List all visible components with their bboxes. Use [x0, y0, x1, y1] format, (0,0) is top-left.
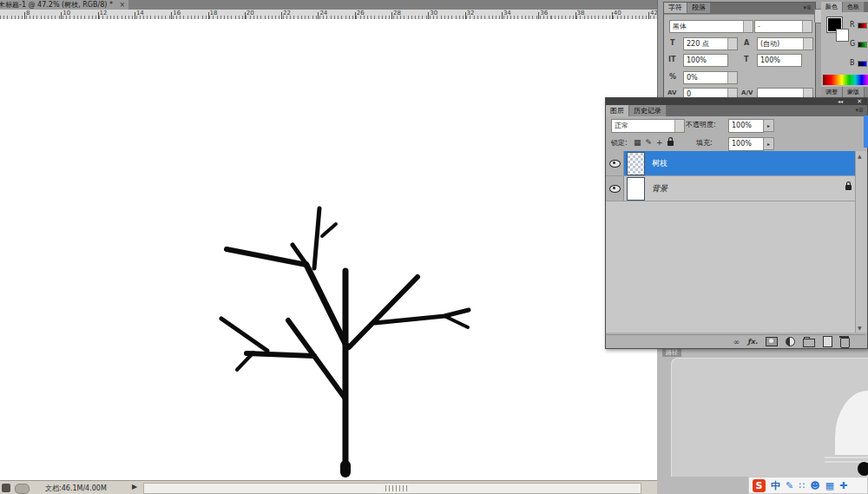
layer-row[interactable]: 树枝 [606, 151, 865, 176]
chevron-down-icon[interactable] [674, 120, 684, 132]
fx-icon[interactable]: ƒx. [747, 338, 758, 346]
ruler-major-tick [98, 12, 99, 19]
tab-masks[interactable]: 蒙版 [843, 87, 865, 97]
visibility-toggle[interactable] [606, 176, 624, 201]
channel-gradient-slider[interactable] [858, 61, 867, 67]
layers-panel-titlebar[interactable]: ◂◂ ✕ [606, 98, 867, 105]
layer-row[interactable]: 背景 [606, 176, 865, 201]
window-edge-strip [864, 115, 868, 148]
tree-drawing [208, 200, 486, 486]
grid-icon[interactable]: ∷ [799, 480, 805, 491]
tab-swatches[interactable]: 色板 [843, 2, 865, 12]
ruler-major-tick [245, 12, 246, 19]
tree-main-branch-diagonal [306, 265, 347, 347]
fill-field[interactable]: 100% [728, 137, 764, 151]
tab-history[interactable]: 历史记录 [629, 105, 667, 116]
collapse-panel-icon[interactable]: ◂◂ [838, 98, 843, 105]
ime-toolbar: S 中 ✎∷☻▦✚ [748, 477, 868, 494]
ruler-major-tick [648, 12, 649, 19]
tool-icon[interactable]: ✚ [839, 480, 847, 491]
panel-menu-icon[interactable]: ▾≣ [804, 4, 812, 11]
layers-bottom-toolbar: ∞ƒx. [606, 334, 865, 348]
layer-main[interactable]: 树枝 [624, 151, 865, 175]
color-panel-tabs: 颜色色板 [821, 2, 868, 12]
font-style-select[interactable]: - [754, 20, 812, 33]
ruler-major-tick [465, 12, 466, 19]
background-window-shape [835, 441, 868, 455]
photoshop-window: 未标题-1 @ 47.2% (树枝, RGB/8) * × 8101214161… [0, 0, 868, 494]
status-zoom-control[interactable] [15, 484, 30, 494]
tab-paths[interactable]: 路径 [662, 348, 681, 357]
character-panel: 字符段落 ▾≣ 黑体 - T 220 点 A (自动) IT 100% T [663, 2, 816, 104]
character-panel-body: 黑体 - T 220 点 A (自动) IT 100% T 100% % 0 [664, 14, 815, 103]
chevron-down-icon[interactable] [802, 21, 812, 32]
color-spectrum-bar[interactable] [823, 75, 868, 85]
ruler-number: 34 [503, 10, 511, 16]
ime-mode-toggle[interactable]: 中 [771, 479, 780, 492]
close-panel-icon[interactable]: ✕ [857, 98, 862, 105]
channel-gradient-slider[interactable] [858, 42, 867, 48]
fill-scrub-button[interactable]: ▸ [763, 137, 774, 150]
tab-character[interactable]: 字符 [664, 3, 687, 13]
tab-color[interactable]: 颜色 [821, 2, 843, 12]
divider [825, 457, 868, 458]
chevron-down-icon[interactable] [743, 21, 753, 32]
document-title: 未标题-1 @ 47.2% (树枝, RGB/8) * [0, 0, 113, 10]
tab-paragraph[interactable]: 段落 [687, 3, 711, 13]
background-color-swatch[interactable] [836, 29, 849, 42]
opacity-label: 不透明度: [686, 119, 716, 131]
mask-icon[interactable] [766, 337, 778, 346]
opacity-field[interactable]: 100% [728, 119, 764, 133]
adjust-icon[interactable] [786, 337, 795, 346]
move-lock-icon[interactable]: + [656, 137, 663, 148]
proportional-spacing-select[interactable]: 0% [683, 71, 738, 84]
keyboard-icon[interactable]: ▦ [825, 480, 834, 491]
scrollbar-thumb[interactable] [385, 485, 408, 491]
layer-main[interactable]: 背景 [624, 176, 865, 201]
tab-layers[interactable]: 图层 [606, 105, 629, 116]
blend-mode-select[interactable]: 正常 [611, 119, 685, 133]
paint-lock-icon[interactable]: ✎ [646, 137, 653, 148]
channel-gradient-slider[interactable] [858, 23, 867, 29]
new-layer-icon[interactable] [823, 336, 832, 347]
ime-logo-icon[interactable]: S [753, 479, 766, 492]
all-lock-icon[interactable] [667, 141, 674, 146]
user-icon[interactable]: ☻ [810, 480, 819, 491]
tree-right-main-branch [349, 277, 418, 347]
group-icon[interactable] [803, 339, 815, 347]
chevron-down-icon[interactable] [727, 72, 737, 83]
ruler-major-tick [575, 12, 576, 19]
document-size-info: 文档:46.1M/4.00M [45, 484, 107, 493]
ruler-number: 12 [100, 10, 108, 16]
layer-thumbnail[interactable] [627, 177, 645, 201]
ruler-number: 24 [319, 10, 327, 16]
leading-select[interactable]: (自动) [757, 37, 813, 50]
ruler-major-tick [24, 12, 25, 19]
layers-scrollbar[interactable]: ▲ ▼ [855, 151, 867, 333]
tab-adjustments[interactable]: 调整 [821, 87, 843, 97]
trash-icon[interactable] [840, 338, 850, 348]
horizontal-scrollbar[interactable] [143, 483, 641, 494]
visibility-toggle[interactable] [606, 151, 624, 175]
document-tab[interactable]: 未标题-1 @ 47.2% (树枝, RGB/8) * × [0, 0, 128, 10]
horizontal-scale-field[interactable]: 100% [757, 54, 802, 67]
document-tab-bar: 未标题-1 @ 47.2% (树枝, RGB/8) * × [0, 0, 657, 10]
pen-icon[interactable]: ✎ [786, 480, 793, 491]
ruler-major-tick [208, 12, 209, 19]
transparency-lock-icon[interactable]: ▦ [634, 137, 641, 148]
scroll-up-icon[interactable]: ▲ [858, 153, 862, 159]
status-arrow-icon[interactable]: ▶ [132, 483, 137, 491]
chevron-down-icon[interactable] [803, 38, 812, 49]
tab-close-icon[interactable]: × [119, 1, 125, 9]
layer-thumbnail[interactable] [627, 152, 645, 175]
vertical-scale-field[interactable]: 100% [683, 54, 728, 67]
scroll-down-icon[interactable]: ▼ [858, 325, 862, 331]
font-size-select[interactable]: 220 点 [683, 37, 738, 50]
link-icon[interactable]: ∞ [733, 338, 740, 346]
channel-label: G [850, 40, 855, 48]
chevron-down-icon[interactable] [727, 38, 737, 49]
font-family-select[interactable]: 黑体 [669, 20, 753, 33]
panel-menu-icon[interactable]: ▾≣ [856, 107, 864, 114]
ruler-major-tick [61, 12, 62, 19]
opacity-scrub-button[interactable]: ▸ [763, 119, 774, 132]
